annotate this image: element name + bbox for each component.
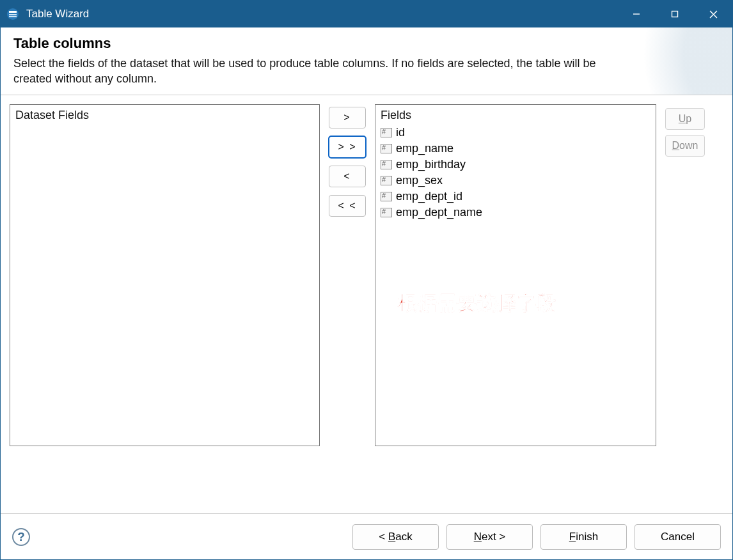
finish-button[interactable]: Finish [540, 524, 627, 550]
order-buttons: Up Down [665, 104, 705, 513]
titlebar: Table Wizard [1, 1, 732, 27]
cancel-button[interactable]: Cancel [634, 524, 721, 550]
list-item[interactable]: emp_dept_id [381, 189, 650, 205]
field-icon [381, 160, 392, 169]
maximize-button[interactable] [656, 1, 694, 27]
back-button[interactable]: < Back [352, 524, 439, 550]
svg-rect-2 [9, 14, 17, 15]
app-icon [6, 7, 20, 21]
selected-fields-list[interactable]: Fields id emp_name emp_birthday emp_sex … [375, 104, 656, 446]
svg-rect-1 [9, 11, 17, 13]
help-button[interactable]: ? [12, 528, 30, 546]
field-label: emp_name [396, 142, 453, 155]
list-item[interactable]: emp_birthday [381, 157, 650, 173]
field-icon [381, 128, 392, 137]
window-title: Table Wizard [26, 8, 89, 20]
wizard-footer: ? < Back Next > Finish Cancel [1, 513, 732, 559]
minimize-button[interactable] [617, 1, 656, 27]
page-description: Select the fields of the dataset that wi… [13, 56, 602, 87]
svg-rect-5 [672, 12, 678, 17]
list-item[interactable]: emp_name [381, 141, 650, 157]
list-item[interactable]: emp_sex [381, 173, 650, 189]
next-button[interactable]: Next > [446, 524, 533, 550]
field-label: emp_dept_name [396, 206, 482, 219]
wizard-body: Dataset Fields > > > < < < Fields id emp… [1, 95, 732, 513]
remove-all-button[interactable]: < < [329, 195, 366, 217]
field-icon [381, 176, 392, 185]
dataset-fields-header: Dataset Fields [15, 109, 314, 122]
field-icon [381, 192, 392, 201]
move-down-button[interactable]: Down [665, 135, 705, 157]
wizard-header: Table columns Select the fields of the d… [1, 27, 732, 95]
close-button[interactable] [694, 1, 732, 27]
move-buttons: > > > < < < [329, 104, 366, 513]
field-icon [381, 144, 392, 153]
field-label: emp_dept_id [396, 190, 462, 203]
list-item[interactable]: id [381, 125, 650, 141]
window-controls [617, 1, 732, 27]
add-one-button[interactable]: > [329, 107, 366, 128]
selected-fields-header: Fields [381, 109, 650, 122]
field-label: emp_birthday [396, 158, 466, 171]
field-icon [381, 208, 392, 217]
field-label: emp_sex [396, 174, 443, 187]
right-column-wrap: Fields id emp_name emp_birthday emp_sex … [375, 104, 705, 513]
field-label: id [396, 126, 405, 139]
add-all-button[interactable]: > > [329, 136, 366, 158]
annotation-overlay: 根据需要选择字段 [398, 290, 556, 316]
dataset-fields-list[interactable]: Dataset Fields [10, 104, 320, 446]
list-item[interactable]: emp_dept_name [381, 205, 650, 221]
svg-rect-3 [9, 16, 17, 17]
remove-one-button[interactable]: < [329, 166, 366, 187]
page-title: Table columns [13, 35, 720, 52]
wizard-window: Table Wizard Table columns Select the fi… [0, 0, 733, 560]
move-up-button[interactable]: Up [665, 108, 705, 130]
